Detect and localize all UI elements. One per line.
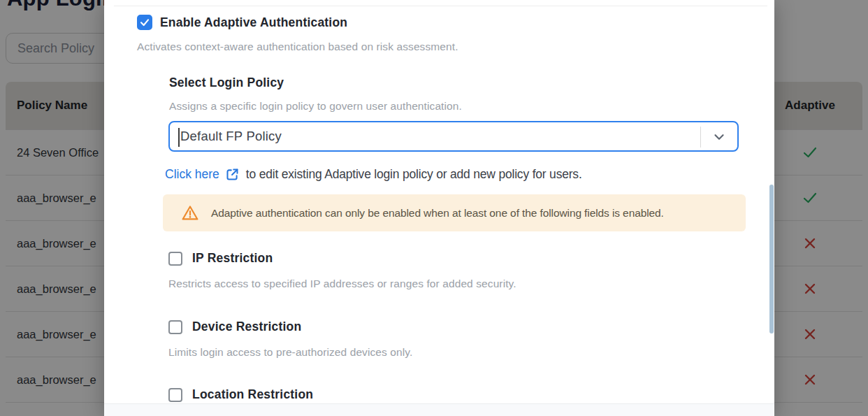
edit-policy-line: Click here to edit existing Adaptive log… — [165, 167, 582, 182]
select-policy-description: Assigns a specific login policy to gover… — [169, 100, 462, 113]
ip-restriction-section: IP Restriction Restricts access to speci… — [168, 251, 516, 290]
text-caret — [178, 128, 180, 147]
ip-restriction-label: IP Restriction — [192, 251, 273, 266]
enable-adaptive-description: Activates context-aware authentication b… — [137, 41, 458, 53]
screen: App Login Policies Policy Name Adaptive … — [0, 0, 868, 416]
login-policy-selected-value: Default FP Policy — [170, 129, 282, 144]
select-divider — [700, 127, 701, 148]
location-restriction-section: Location Restriction — [168, 387, 313, 402]
warning-text: Adaptive authentication can only be enab… — [211, 207, 664, 220]
warning-triangle-icon — [180, 204, 200, 222]
ip-restriction-description: Restricts access to specified IP address… — [168, 278, 516, 290]
adaptive-authentication-modal: Enable Adaptive Authentication Activates… — [104, 0, 774, 416]
location-restriction-label: Location Restriction — [192, 387, 313, 402]
device-restriction-section: Device Restriction Limits login access t… — [168, 320, 412, 359]
login-policy-select[interactable]: Default FP Policy — [168, 121, 739, 152]
device-restriction-checkbox[interactable] — [168, 320, 182, 334]
enable-adaptive-section: Enable Adaptive Authentication Activates… — [137, 15, 458, 53]
modal-header-divider — [114, 6, 767, 6]
device-restriction-description: Limits login access to pre-authorized de… — [168, 346, 412, 359]
modal-footer — [104, 403, 774, 416]
external-link-icon — [225, 167, 240, 182]
chevron-down-icon[interactable] — [711, 129, 727, 145]
click-here-link[interactable]: Click here — [165, 167, 240, 182]
edit-policy-suffix-text: to edit existing Adaptive login policy o… — [246, 167, 582, 182]
device-restriction-label: Device Restriction — [192, 320, 301, 334]
click-here-label: Click here — [165, 167, 219, 182]
modal-scrollbar[interactable] — [769, 185, 774, 333]
location-restriction-checkbox[interactable] — [168, 388, 182, 402]
ip-restriction-checkbox[interactable] — [168, 252, 182, 266]
enable-adaptive-checkbox[interactable] — [137, 15, 152, 30]
warning-banner: Adaptive authentication can only be enab… — [163, 194, 746, 231]
select-policy-section: Select Login Policy Assigns a specific l… — [169, 76, 462, 113]
select-policy-label: Select Login Policy — [169, 76, 462, 90]
enable-adaptive-label: Enable Adaptive Authentication — [160, 15, 347, 30]
